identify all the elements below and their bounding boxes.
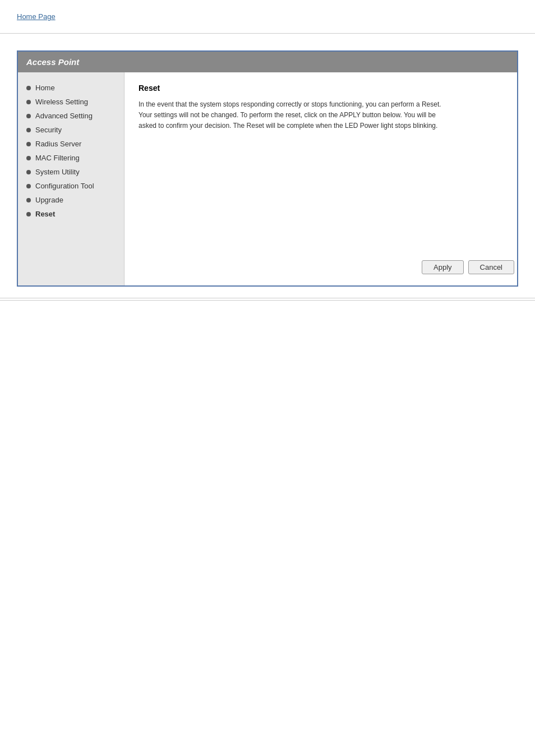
sidebar-bullet-icon bbox=[26, 142, 31, 146]
sidebar-item-label: Upgrade bbox=[35, 196, 63, 204]
sidebar-item-security[interactable]: Security bbox=[18, 123, 124, 137]
bottom-divider-2 bbox=[0, 300, 535, 301]
top-bar: Home Page bbox=[0, 0, 535, 34]
home-link[interactable]: Home Page bbox=[17, 12, 56, 21]
panel: Access Point HomeWireless SettingAdvance… bbox=[17, 50, 518, 287]
sidebar-item-advanced-setting[interactable]: Advanced Setting bbox=[18, 109, 124, 123]
sidebar: HomeWireless SettingAdvanced SettingSecu… bbox=[18, 72, 124, 285]
sidebar-item-reset[interactable]: Reset bbox=[18, 207, 124, 221]
sidebar-bullet-icon bbox=[26, 156, 31, 160]
spacer bbox=[0, 34, 535, 45]
buttons-row: Apply Cancel bbox=[124, 179, 517, 285]
sidebar-bullet-icon bbox=[26, 86, 31, 90]
sidebar-item-configuration-tool[interactable]: Configuration Tool bbox=[18, 179, 124, 193]
sidebar-item-label: Radius Server bbox=[35, 140, 81, 148]
bottom-divider-1 bbox=[0, 298, 535, 299]
sidebar-item-label: Wireless Setting bbox=[35, 98, 88, 106]
cancel-button[interactable]: Cancel bbox=[468, 260, 514, 274]
panel-title: Access Point bbox=[26, 57, 79, 67]
sidebar-item-label: System Utility bbox=[35, 168, 80, 176]
apply-button[interactable]: Apply bbox=[422, 260, 464, 274]
content-and-buttons: Reset In the event that the system stops… bbox=[124, 72, 517, 285]
sidebar-item-upgrade[interactable]: Upgrade bbox=[18, 193, 124, 207]
panel-header: Access Point bbox=[18, 52, 517, 72]
sidebar-item-label: Advanced Setting bbox=[35, 112, 93, 120]
sidebar-item-system-utility[interactable]: System Utility bbox=[18, 165, 124, 179]
sidebar-bullet-icon bbox=[26, 184, 31, 188]
sidebar-item-radius-server[interactable]: Radius Server bbox=[18, 137, 124, 151]
sidebar-bullet-icon bbox=[26, 170, 31, 174]
sidebar-bullet-icon bbox=[26, 128, 31, 132]
sidebar-item-label: Security bbox=[35, 126, 62, 134]
sidebar-item-label: Home bbox=[35, 84, 55, 92]
sidebar-item-home[interactable]: Home bbox=[18, 81, 124, 95]
content-area: Reset In the event that the system stops… bbox=[124, 72, 517, 179]
sidebar-item-mac-filtering[interactable]: MAC Filtering bbox=[18, 151, 124, 165]
sidebar-bullet-icon bbox=[26, 114, 31, 118]
content-description: In the event that the system stops respo… bbox=[139, 99, 453, 132]
sidebar-item-wireless-setting[interactable]: Wireless Setting bbox=[18, 95, 124, 109]
sidebar-bullet-icon bbox=[26, 212, 31, 216]
sidebar-bullet-icon bbox=[26, 100, 31, 104]
sidebar-item-label: Configuration Tool bbox=[35, 182, 94, 190]
sidebar-item-label: MAC Filtering bbox=[35, 154, 80, 162]
content-title: Reset bbox=[139, 84, 503, 93]
sidebar-bullet-icon bbox=[26, 198, 31, 202]
main-wrapper: Access Point HomeWireless SettingAdvance… bbox=[0, 50, 535, 287]
panel-body: HomeWireless SettingAdvanced SettingSecu… bbox=[18, 72, 517, 285]
sidebar-item-label: Reset bbox=[35, 210, 55, 218]
